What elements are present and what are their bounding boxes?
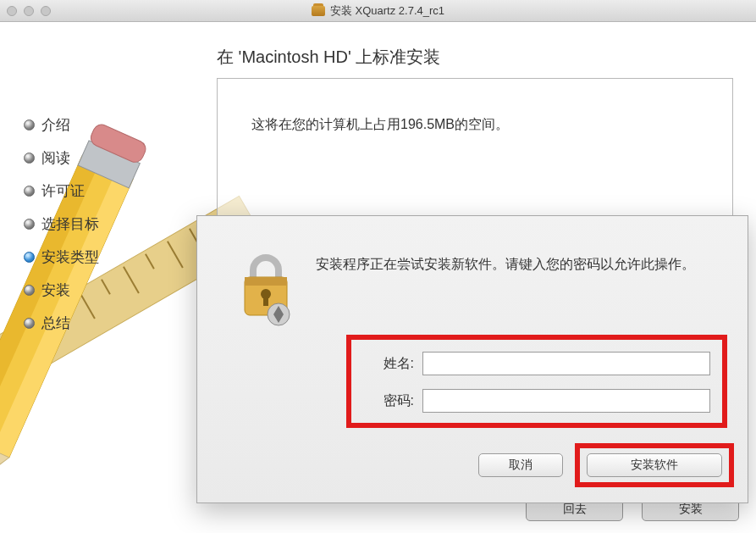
auth-dialog: 安装程序正在尝试安装新软件。请键入您的密码以允许此操作。 姓名: 密码: 取消 … [196, 215, 748, 503]
package-icon [312, 6, 325, 16]
step-summary: 总结 [24, 314, 99, 333]
step-install: 安装 [24, 280, 99, 300]
svg-line-10 [146, 254, 154, 269]
step-label: 安装 [41, 280, 70, 300]
step-bullet [24, 318, 35, 329]
step-bullet [24, 219, 35, 230]
titlebar: 安装 XQuartz 2.7.4_rc1 [0, 0, 756, 22]
step-destination: 选择目标 [24, 214, 99, 234]
step-license: 许可证 [24, 181, 99, 201]
zoom-window-button[interactable] [41, 6, 51, 16]
title-center: 安装 XQuartz 2.7.4_rc1 [0, 3, 756, 19]
svg-marker-18 [0, 435, 9, 504]
step-bullet [24, 119, 35, 130]
svg-line-4 [14, 330, 22, 345]
auth-message: 安装程序正在尝试安装新软件。请键入您的密码以允许此操作。 [316, 253, 722, 275]
credentials-highlight: 姓名: 密码: [346, 335, 727, 428]
step-label: 许可证 [41, 181, 85, 201]
svg-rect-23 [263, 296, 268, 306]
step-label: 介绍 [41, 115, 70, 135]
installer-body: 在 'Macintosh HD' 上标准安装 这将在您的计算机上占用196.5M… [0, 22, 756, 533]
cancel-button[interactable]: 取消 [478, 453, 563, 477]
disk-space-text: 这将在您的计算机上占用196.5MB的空间。 [218, 79, 732, 171]
step-bullet [24, 186, 35, 197]
svg-line-8 [102, 280, 110, 294]
step-label: 总结 [41, 314, 70, 333]
name-row: 姓名: [351, 352, 722, 375]
step-readme: 阅读 [24, 148, 99, 168]
name-label: 姓名: [360, 355, 414, 373]
svg-line-3 [0, 343, 7, 369]
password-input[interactable] [422, 389, 710, 413]
close-window-button[interactable] [7, 6, 17, 16]
svg-line-9 [124, 267, 139, 293]
step-bullet-active [24, 252, 35, 263]
svg-line-11 [168, 242, 183, 268]
window-controls [7, 6, 51, 16]
install-software-highlight: 安装软件 [575, 443, 734, 487]
step-install-type: 安装类型 [24, 247, 99, 267]
install-software-button[interactable]: 安装软件 [587, 453, 722, 477]
lock-icon [236, 252, 295, 328]
installer-steps: 介绍 阅读 许可证 选择目标 安装类型 安装 总结 [24, 115, 99, 347]
step-intro: 介绍 [24, 115, 99, 135]
auth-buttons: 取消 安装软件 [478, 443, 734, 487]
step-label: 安装类型 [41, 247, 99, 267]
step-bullet [24, 153, 35, 164]
step-label: 选择目标 [41, 214, 99, 234]
step-label: 阅读 [41, 148, 70, 168]
password-label: 密码: [360, 392, 414, 410]
svg-rect-21 [245, 277, 287, 286]
password-row: 密码: [351, 389, 722, 413]
window-title: 安装 XQuartz 2.7.4_rc1 [330, 3, 444, 19]
page-heading: 在 'Macintosh HD' 上标准安装 [217, 46, 440, 69]
minimize-window-button[interactable] [24, 6, 34, 16]
step-bullet [24, 285, 35, 296]
name-input[interactable] [422, 352, 710, 375]
